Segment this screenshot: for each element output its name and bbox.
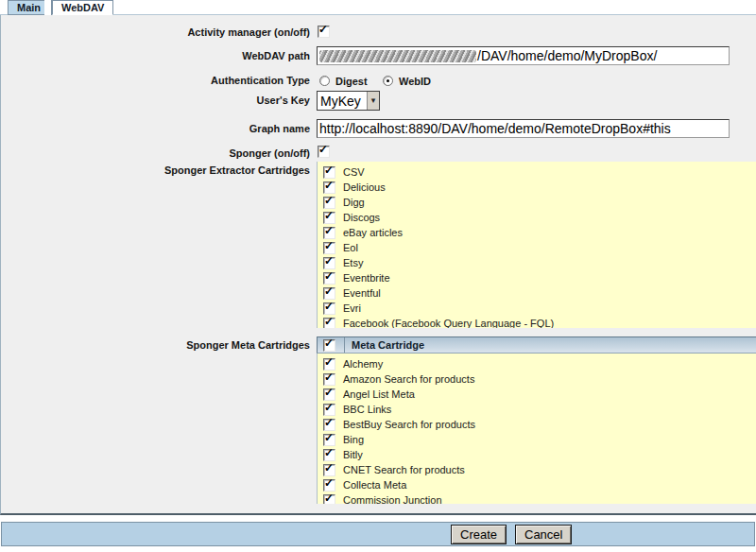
cartridge-checkbox[interactable]: ✓ <box>323 464 335 476</box>
check-icon: ✓ <box>324 462 334 474</box>
check-icon: ✓ <box>324 402 334 414</box>
webdav-path-input[interactable]: /DAV/home/demo/MyDropBox/ <box>317 46 730 65</box>
check-icon: ✓ <box>324 337 334 350</box>
users-key-select[interactable]: MyKey ▾ <box>317 91 380 111</box>
users-key-value: MyKey <box>318 94 367 109</box>
meta-cartridges-list[interactable]: ✓ Alchemy ✓ Amazon Search for products ✓… <box>317 354 756 504</box>
cancel-button[interactable]: Cancel <box>515 525 572 544</box>
meta-cartridge-header: ✓ Meta Cartridge <box>317 336 756 354</box>
meta-cartridge-row[interactable]: ✓ BestBuy Search for products <box>318 417 756 432</box>
extractor-cartridge-row[interactable]: ✓ Digg <box>318 195 756 210</box>
meta-cartridge-row[interactable]: ✓ Angel List Meta <box>318 387 756 402</box>
webdav-tab-panel: Activity manager (on/off) ✓ WebDAV path … <box>0 15 756 515</box>
authentication-type-label: Authentication Type <box>1 75 310 87</box>
meta-cartridge-row[interactable]: ✓ Bitly <box>318 447 756 462</box>
cartridge-label: Bing <box>343 434 364 445</box>
meta-cartridge-row[interactable]: ✓ CNET Search for products <box>318 462 756 477</box>
extractor-cartridges-label: Sponger Extractor Cartridges <box>1 164 310 177</box>
meta-cartridge-row[interactable]: ✓ Collecta Meta <box>318 477 756 492</box>
auth-digest-radio[interactable] <box>319 76 330 86</box>
cartridge-checkbox[interactable]: ✓ <box>323 302 335 315</box>
extractor-cartridge-row[interactable]: ✓ Etsy <box>318 255 756 270</box>
footer-bar: Create Cancel <box>1 522 755 546</box>
cartridge-label: Digg <box>343 197 365 208</box>
meta-cartridge-row[interactable]: ✓ Commission Junction <box>318 492 756 504</box>
meta-header-title: Meta Cartridge <box>345 339 424 351</box>
cartridge-checkbox[interactable]: ✓ <box>323 166 335 179</box>
cartridge-checkbox[interactable]: ✓ <box>323 272 335 285</box>
activity-manager-checkbox[interactable]: ✓ <box>318 26 330 38</box>
cartridge-checkbox[interactable]: ✓ <box>323 404 335 416</box>
cartridge-checkbox[interactable]: ✓ <box>323 373 335 386</box>
activity-manager-label: Activity manager (on/off) <box>1 26 310 39</box>
meta-cartridge-row[interactable]: ✓ Alchemy <box>318 356 756 371</box>
check-icon: ✓ <box>324 285 334 298</box>
graph-name-input[interactable]: http://localhost:8890/DAV/home/demo/Remo… <box>317 119 730 138</box>
cartridge-checkbox[interactable]: ✓ <box>323 494 335 505</box>
extractor-cartridge-row[interactable]: ✓ Eventbrite <box>318 270 756 285</box>
meta-cartridge-row[interactable]: ✓ Bing <box>318 432 756 447</box>
check-icon: ✓ <box>324 477 334 490</box>
check-icon: ✓ <box>324 387 334 399</box>
cartridge-label: Eventbrite <box>343 272 390 284</box>
cartridge-checkbox[interactable]: ✓ <box>323 257 335 269</box>
cartridge-label: BestBuy Search for products <box>343 419 475 430</box>
check-icon: ✓ <box>324 316 334 328</box>
users-key-label: User's Key <box>1 95 310 107</box>
cartridge-label: CNET Search for products <box>343 464 465 475</box>
meta-header-checkbox[interactable]: ✓ <box>323 339 335 352</box>
meta-cartridge-row[interactable]: ✓ BBC Links <box>318 402 756 417</box>
extractor-cartridge-row[interactable]: ✓ Facebook (Facebook Query Language - FQ… <box>318 316 756 328</box>
cartridge-checkbox[interactable]: ✓ <box>323 181 335 194</box>
tab-webdav[interactable]: WebDAV <box>52 0 113 15</box>
check-icon: ✓ <box>324 301 334 313</box>
check-icon: ✓ <box>324 180 334 192</box>
redacted-text-blob <box>319 50 476 62</box>
extractor-cartridge-row[interactable]: ✓ Evri <box>318 301 756 316</box>
cartridge-checkbox[interactable]: ✓ <box>323 434 335 446</box>
check-icon: ✓ <box>324 240 334 252</box>
check-icon: ✓ <box>324 432 334 444</box>
auth-webid-radio[interactable] <box>383 76 393 86</box>
cartridge-checkbox[interactable]: ✓ <box>323 449 335 461</box>
check-icon: ✓ <box>324 164 334 177</box>
extractor-cartridges-list[interactable]: ✓ CSV ✓ Delicious ✓ Digg ✓ Discogs ✓ eBa… <box>317 162 756 328</box>
cartridge-label: Eventful <box>343 287 381 299</box>
cartridge-checkbox[interactable]: ✓ <box>323 242 335 254</box>
check-icon: ✓ <box>324 225 334 237</box>
cartridge-checkbox[interactable]: ✓ <box>323 227 335 239</box>
cartridge-checkbox[interactable]: ✓ <box>323 318 335 329</box>
footer-gap <box>0 515 756 522</box>
check-icon: ✓ <box>324 356 334 369</box>
extractor-cartridge-row[interactable]: ✓ Delicious <box>318 180 756 195</box>
cartridge-label: Discogs <box>343 212 380 223</box>
extractor-cartridge-row[interactable]: ✓ CSV <box>318 164 756 180</box>
dropdown-arrow-icon[interactable]: ▾ <box>367 92 379 110</box>
extractor-cartridge-row[interactable]: ✓ Eventful <box>318 285 756 301</box>
cartridge-label: Commission Junction <box>343 494 442 504</box>
extractor-cartridge-row[interactable]: ✓ eBay articles <box>318 225 756 240</box>
cartridge-checkbox[interactable]: ✓ <box>323 287 335 300</box>
check-icon: ✓ <box>324 210 334 222</box>
cartridge-label: CSV <box>343 166 365 178</box>
tab-strip-notch <box>44 0 52 15</box>
check-icon: ✓ <box>324 447 334 459</box>
sponger-checkbox[interactable]: ✓ <box>318 146 330 158</box>
auth-webid-label: WebID <box>399 75 431 88</box>
check-icon: ✓ <box>324 270 334 283</box>
cartridge-checkbox[interactable]: ✓ <box>323 388 335 401</box>
graph-name-value: http://localhost:8890/DAV/home/demo/Remo… <box>319 121 671 136</box>
check-icon: ✓ <box>324 255 334 267</box>
create-button[interactable]: Create <box>451 525 507 544</box>
cartridge-checkbox[interactable]: ✓ <box>323 212 335 224</box>
extractor-cartridge-row[interactable]: ✓ Eol <box>318 240 756 255</box>
cartridge-checkbox[interactable]: ✓ <box>323 358 335 371</box>
sponger-label: Sponger (on/off) <box>1 147 310 160</box>
cartridge-label: Delicious <box>343 181 386 193</box>
cartridge-checkbox[interactable]: ✓ <box>323 419 335 431</box>
cartridge-checkbox[interactable]: ✓ <box>323 197 335 209</box>
meta-cartridge-row[interactable]: ✓ Amazon Search for products <box>318 371 756 387</box>
cartridge-label: Etsy <box>343 257 363 268</box>
extractor-cartridge-row[interactable]: ✓ Discogs <box>318 210 756 225</box>
cartridge-checkbox[interactable]: ✓ <box>323 479 335 492</box>
